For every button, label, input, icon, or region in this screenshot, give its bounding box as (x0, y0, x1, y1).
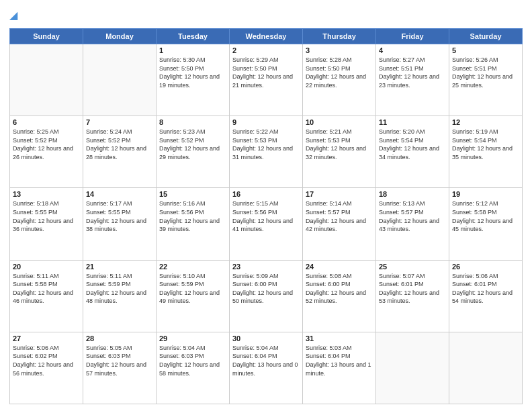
calendar-cell: 28Sunrise: 5:05 AM Sunset: 6:03 PM Dayli… (83, 332, 157, 404)
day-number: 2 (232, 46, 300, 54)
calendar-cell: 17Sunrise: 5:14 AM Sunset: 5:57 PM Dayli… (303, 188, 376, 260)
calendar-cell (376, 332, 449, 404)
day-number: 17 (306, 190, 373, 198)
day-number: 21 (86, 263, 153, 271)
calendar-cell: 4Sunrise: 5:27 AM Sunset: 5:51 PM Daylig… (376, 44, 449, 116)
day-info: Sunrise: 5:21 AM Sunset: 5:53 PM Dayligh… (306, 128, 373, 161)
calendar-cell: 8Sunrise: 5:23 AM Sunset: 5:52 PM Daylig… (157, 116, 230, 188)
svg-text:◢: ◢ (9, 9, 18, 21)
page: ◢ SundayMondayTuesdayWednesdayThursdayFr… (0, 0, 532, 411)
day-info: Sunrise: 5:10 AM Sunset: 5:59 PM Dayligh… (159, 272, 226, 306)
day-number: 6 (13, 118, 80, 126)
day-number: 19 (452, 190, 519, 198)
calendar-cell: 25Sunrise: 5:07 AM Sunset: 6:01 PM Dayli… (376, 260, 449, 332)
day-number: 25 (379, 263, 446, 271)
day-number: 11 (379, 118, 446, 126)
day-number: 22 (159, 263, 226, 271)
calendar-cell: 30Sunrise: 5:04 AM Sunset: 6:04 PM Dayli… (230, 332, 303, 404)
day-number: 24 (306, 263, 373, 271)
day-info: Sunrise: 5:16 AM Sunset: 5:56 PM Dayligh… (159, 199, 226, 233)
calendar-week-row: 27Sunrise: 5:06 AM Sunset: 6:02 PM Dayli… (10, 332, 523, 404)
calendar-cell (83, 44, 157, 116)
day-number: 23 (232, 263, 300, 271)
day-info: Sunrise: 5:11 AM Sunset: 5:59 PM Dayligh… (86, 272, 153, 306)
day-info: Sunrise: 5:26 AM Sunset: 5:51 PM Dayligh… (452, 56, 519, 89)
calendar-table: SundayMondayTuesdayWednesdayThursdayFrid… (9, 28, 523, 404)
day-info: Sunrise: 5:19 AM Sunset: 5:54 PM Dayligh… (452, 128, 519, 161)
calendar-cell (10, 44, 83, 116)
calendar-cell: 1Sunrise: 5:30 AM Sunset: 5:50 PM Daylig… (157, 44, 230, 116)
day-info: Sunrise: 5:14 AM Sunset: 5:57 PM Dayligh… (306, 199, 373, 233)
day-number: 26 (452, 263, 519, 271)
calendar-cell: 27Sunrise: 5:06 AM Sunset: 6:02 PM Dayli… (10, 332, 83, 404)
calendar-cell: 24Sunrise: 5:08 AM Sunset: 6:00 PM Dayli… (303, 260, 376, 332)
day-info: Sunrise: 5:08 AM Sunset: 6:00 PM Dayligh… (306, 272, 373, 306)
day-info: Sunrise: 5:24 AM Sunset: 5:52 PM Dayligh… (86, 128, 153, 161)
calendar-cell: 12Sunrise: 5:19 AM Sunset: 5:54 PM Dayli… (449, 116, 523, 188)
calendar-cell: 23Sunrise: 5:09 AM Sunset: 6:00 PM Dayli… (230, 260, 303, 332)
calendar-cell: 13Sunrise: 5:18 AM Sunset: 5:55 PM Dayli… (10, 188, 83, 260)
day-info: Sunrise: 5:07 AM Sunset: 6:01 PM Dayligh… (379, 272, 446, 306)
day-number: 9 (232, 118, 300, 126)
calendar-cell: 29Sunrise: 5:04 AM Sunset: 6:03 PM Dayli… (157, 332, 230, 404)
day-info: Sunrise: 5:23 AM Sunset: 5:52 PM Dayligh… (159, 128, 226, 161)
weekday-header-row: SundayMondayTuesdayWednesdayThursdayFrid… (10, 29, 523, 44)
calendar-cell: 11Sunrise: 5:20 AM Sunset: 5:54 PM Dayli… (376, 116, 449, 188)
day-info: Sunrise: 5:06 AM Sunset: 6:01 PM Dayligh… (452, 272, 519, 306)
calendar-cell: 9Sunrise: 5:22 AM Sunset: 5:53 PM Daylig… (230, 116, 303, 188)
day-number: 12 (452, 118, 519, 126)
day-info: Sunrise: 5:11 AM Sunset: 5:58 PM Dayligh… (13, 272, 80, 306)
day-info: Sunrise: 5:13 AM Sunset: 5:57 PM Dayligh… (379, 199, 446, 233)
day-number: 4 (379, 46, 446, 54)
day-number: 8 (159, 118, 226, 126)
calendar-week-row: 1Sunrise: 5:30 AM Sunset: 5:50 PM Daylig… (10, 44, 523, 116)
calendar-week-row: 6Sunrise: 5:25 AM Sunset: 5:52 PM Daylig… (10, 116, 523, 188)
day-number: 14 (86, 190, 153, 198)
day-number: 31 (306, 334, 373, 342)
logo-icon: ◢ (9, 8, 24, 23)
calendar-cell: 19Sunrise: 5:12 AM Sunset: 5:58 PM Dayli… (449, 188, 523, 260)
day-info: Sunrise: 5:20 AM Sunset: 5:54 PM Dayligh… (379, 128, 446, 161)
day-number: 13 (13, 190, 80, 198)
day-info: Sunrise: 5:25 AM Sunset: 5:52 PM Dayligh… (13, 128, 80, 161)
day-number: 30 (232, 334, 300, 342)
calendar-week-row: 13Sunrise: 5:18 AM Sunset: 5:55 PM Dayli… (10, 188, 523, 260)
day-number: 27 (13, 334, 80, 342)
calendar-cell: 21Sunrise: 5:11 AM Sunset: 5:59 PM Dayli… (83, 260, 157, 332)
day-number: 5 (452, 46, 519, 54)
day-info: Sunrise: 5:27 AM Sunset: 5:51 PM Dayligh… (379, 56, 446, 89)
calendar-cell: 18Sunrise: 5:13 AM Sunset: 5:57 PM Dayli… (376, 188, 449, 260)
day-info: Sunrise: 5:22 AM Sunset: 5:53 PM Dayligh… (232, 128, 300, 161)
weekday-header: Thursday (303, 29, 376, 44)
day-number: 29 (159, 334, 226, 342)
weekday-header: Friday (376, 29, 449, 44)
calendar-cell: 3Sunrise: 5:28 AM Sunset: 5:50 PM Daylig… (303, 44, 376, 116)
day-number: 20 (13, 263, 80, 271)
day-info: Sunrise: 5:04 AM Sunset: 6:03 PM Dayligh… (159, 344, 226, 377)
day-number: 15 (159, 190, 226, 198)
header: ◢ (9, 8, 523, 23)
day-info: Sunrise: 5:12 AM Sunset: 5:58 PM Dayligh… (452, 199, 519, 233)
day-info: Sunrise: 5:04 AM Sunset: 6:04 PM Dayligh… (232, 344, 300, 377)
day-info: Sunrise: 5:17 AM Sunset: 5:55 PM Dayligh… (86, 199, 153, 233)
calendar-cell: 2Sunrise: 5:29 AM Sunset: 5:50 PM Daylig… (230, 44, 303, 116)
day-number: 16 (232, 190, 300, 198)
calendar-cell: 16Sunrise: 5:15 AM Sunset: 5:56 PM Dayli… (230, 188, 303, 260)
day-number: 28 (86, 334, 153, 342)
calendar-cell: 26Sunrise: 5:06 AM Sunset: 6:01 PM Dayli… (449, 260, 523, 332)
weekday-header: Monday (83, 29, 157, 44)
calendar-cell: 5Sunrise: 5:26 AM Sunset: 5:51 PM Daylig… (449, 44, 523, 116)
calendar-cell: 14Sunrise: 5:17 AM Sunset: 5:55 PM Dayli… (83, 188, 157, 260)
calendar-cell: 7Sunrise: 5:24 AM Sunset: 5:52 PM Daylig… (83, 116, 157, 188)
day-info: Sunrise: 5:28 AM Sunset: 5:50 PM Dayligh… (306, 56, 373, 89)
day-info: Sunrise: 5:03 AM Sunset: 6:04 PM Dayligh… (306, 344, 373, 377)
day-info: Sunrise: 5:15 AM Sunset: 5:56 PM Dayligh… (232, 199, 300, 233)
calendar-week-row: 20Sunrise: 5:11 AM Sunset: 5:58 PM Dayli… (10, 260, 523, 332)
weekday-header: Sunday (10, 29, 83, 44)
logo: ◢ (9, 8, 27, 23)
day-number: 10 (306, 118, 373, 126)
day-number: 3 (306, 46, 373, 54)
day-number: 1 (159, 46, 226, 54)
day-number: 18 (379, 190, 446, 198)
weekday-header: Wednesday (230, 29, 303, 44)
